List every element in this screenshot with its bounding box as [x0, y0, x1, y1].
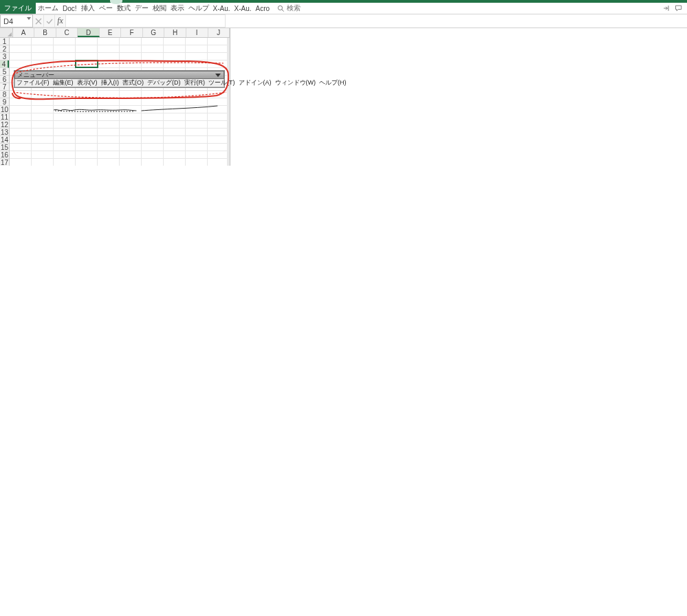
search-icon [277, 5, 285, 12]
row-header-14[interactable]: 14 [0, 136, 9, 144]
row-header-17[interactable]: 17 [0, 159, 9, 166]
ribbon-tab-help[interactable]: ヘルプ [186, 3, 211, 14]
inset-menu-view[interactable]: 表示(V) [77, 78, 98, 87]
inset-menu-edit[interactable]: 編集(E) [53, 78, 74, 87]
col-header-G[interactable]: G [143, 28, 165, 37]
ribbon-tab-addin-2[interactable]: X-Au. [232, 3, 254, 14]
row-header-11[interactable]: 11 [0, 113, 9, 121]
share-icon[interactable] [662, 4, 670, 12]
ribbon-tab-pagelayout[interactable]: ペー [97, 3, 115, 14]
inset-menu-run[interactable]: 実行(R) [184, 78, 206, 87]
row-header-2[interactable]: 2 [0, 45, 9, 53]
inset-menu-bar: ファイル(F) 編集(E) 表示(V) 挿入(I) 書式(O) デバッグ(D) … [14, 79, 224, 87]
row-header-6[interactable]: 6 [0, 76, 9, 83]
ribbon-tab-view[interactable]: 表示 [168, 3, 186, 14]
check-icon [46, 18, 53, 25]
ribbon-tab-addin-1[interactable]: X-Au. [211, 3, 232, 14]
inset-vbe-menubar-screenshot: メニューバー ファイル(F) 編集(E) 表示(V) 挿入(I) 書式(O) デ… [14, 71, 224, 87]
ribbon-tab-acrobat[interactable]: Acro [254, 3, 272, 14]
row-header-1[interactable]: 1 [0, 38, 9, 45]
name-box-value: D4 [3, 17, 13, 25]
col-header-H[interactable]: H [164, 28, 186, 37]
cells-area[interactable] [10, 38, 230, 166]
quick-access-toolbar [0, 0, 687, 3]
selected-cell[interactable] [76, 60, 98, 67]
svg-line-1 [282, 9, 284, 11]
row-header-10[interactable]: 10 [0, 106, 9, 113]
formula-enter-button[interactable] [44, 14, 55, 28]
row-header-15[interactable]: 15 [0, 144, 9, 151]
row-header-4[interactable]: 4 [0, 60, 9, 68]
inset-titlebar[interactable]: メニューバー [14, 71, 224, 79]
fx-label: fx [57, 16, 63, 26]
formula-bar: D4 fx [0, 14, 687, 28]
col-header-B[interactable]: B [34, 28, 56, 37]
row-header-9[interactable]: 9 [0, 98, 9, 106]
ribbon-tab-docuworks[interactable]: Doc! [61, 3, 79, 14]
row-header-3[interactable]: 3 [0, 53, 9, 60]
row-header-5[interactable]: 5 [0, 68, 9, 76]
col-header-J[interactable]: J [208, 28, 230, 37]
chevron-down-icon [27, 17, 31, 20]
insert-function-button[interactable]: fx [55, 14, 66, 28]
col-header-A[interactable]: A [13, 28, 35, 37]
row-header-12[interactable]: 12 [0, 121, 9, 129]
inset-title-label: メニューバー [17, 71, 54, 80]
formula-input[interactable] [66, 14, 226, 28]
close-icon [35, 18, 42, 25]
column-header-row: A B C D E F G H I J [0, 28, 230, 38]
ribbon-tab-review[interactable]: 校閲 [151, 3, 168, 14]
ribbon-tab-data[interactable]: デー [133, 3, 151, 14]
search-label: 検索 [287, 3, 301, 13]
inset-menu-help[interactable]: ヘルプ(H) [319, 78, 347, 87]
ribbon-tab-formulas[interactable]: 数式 [115, 3, 133, 14]
vertical-scrollbar[interactable] [227, 38, 230, 166]
comments-icon[interactable] [675, 4, 683, 12]
inset-menu-insert[interactable]: 挿入(I) [101, 78, 120, 87]
dropdown-icon [215, 74, 221, 77]
ribbon-tab-insert[interactable]: 挿入 [79, 3, 97, 14]
row-header-7[interactable]: 7 [0, 83, 9, 91]
row-header-column: 1 2 3 4 5 6 7 8 9 10 11 12 13 14 15 16 1… [0, 38, 10, 166]
svg-point-0 [279, 6, 283, 10]
ribbon-tab-strip: ファイル ホーム Doc! 挿入 ペー 数式 デー 校閲 表示 ヘルプ X-Au… [0, 3, 687, 14]
formula-cancel-button[interactable] [33, 14, 44, 28]
col-header-I[interactable]: I [186, 28, 208, 37]
name-box[interactable]: D4 [0, 14, 33, 28]
ribbon-tab-file[interactable]: ファイル [0, 3, 36, 14]
col-header-C[interactable]: C [56, 28, 78, 37]
col-header-D[interactable]: D [78, 28, 100, 37]
inset-menu-tools[interactable]: ツール(T) [208, 78, 235, 87]
inset-menu-debug[interactable]: デバッグ(D) [147, 78, 181, 87]
row-header-16[interactable]: 16 [0, 151, 9, 159]
worksheet-grid[interactable]: A B C D E F G H I J 1 2 3 4 5 6 7 8 9 10 [0, 28, 230, 166]
col-header-E[interactable]: E [100, 28, 122, 37]
tell-me-search[interactable]: 検索 [274, 3, 303, 13]
inset-menu-format[interactable]: 書式(O) [122, 78, 144, 87]
inset-menu-window[interactable]: ウィンドウ(W) [275, 78, 316, 87]
row-header-8[interactable]: 8 [0, 91, 9, 98]
row-header-13[interactable]: 13 [0, 129, 9, 136]
inset-menu-file[interactable]: ファイル(F) [17, 78, 50, 87]
select-all-corner[interactable] [0, 28, 13, 37]
col-header-F[interactable]: F [121, 28, 143, 37]
inset-menu-addins[interactable]: アドイン(A) [239, 78, 272, 87]
ribbon-tab-home[interactable]: ホーム [36, 3, 61, 14]
